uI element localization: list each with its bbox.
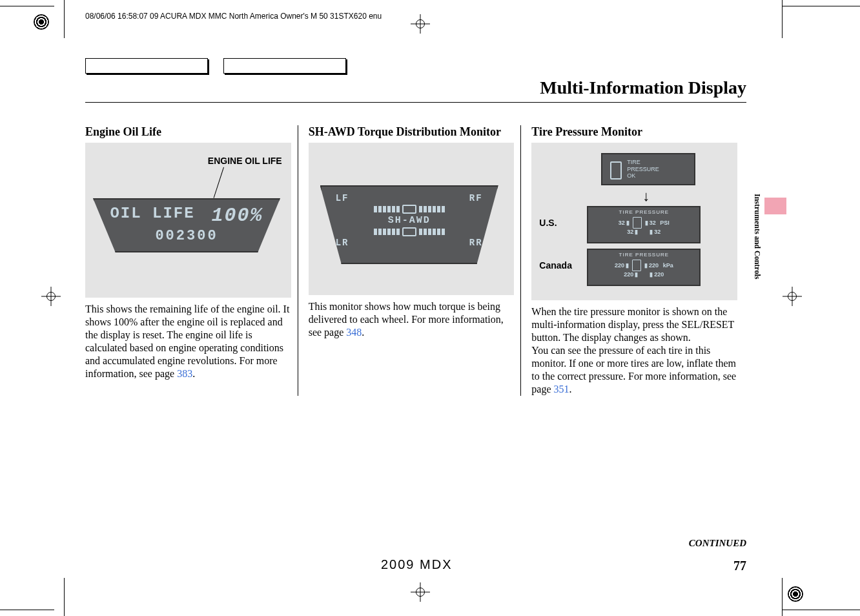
label-us: U.S. [539,218,557,228]
continued-label: CONTINUED [689,538,746,549]
footer-model-year: 2009 MDX [381,557,453,572]
body-text: When the tire pressure monitor is shown … [531,305,737,344]
title-rule [85,102,746,103]
lcd-lf-label: LF [336,193,349,203]
tpm-panel-header: TIRE PRESSURE [590,209,697,215]
column-tire-pressure-monitor: Tire Pressure Monitor TIRE PRESSURE OK ↓… [520,125,744,396]
page-ref-link[interactable]: 348 [346,327,362,338]
tpm-line: OK [627,172,659,180]
cross-register-icon [411,582,430,602]
thumb-tab-marker [764,198,786,214]
figure-shawd-monitor: LFRF SH-AWD LRRR [309,143,515,295]
body-text: This monitor shows how much torque is be… [309,300,515,339]
cross-register-icon [41,287,61,306]
cross-register-icon [783,287,802,306]
page-ref-link[interactable]: 351 [554,384,569,395]
header-placeholder-boxes [85,58,346,74]
column-engine-oil-life: Engine Oil Life ENGINE OIL LIFE OIL LIFE… [85,125,298,396]
column-shawd-monitor: SH-AWD Torque Distribution Monitor LFRF … [298,125,521,396]
car-top-icon [402,227,416,236]
section-heading: Tire Pressure Monitor [531,125,737,139]
lcd-tpm-canada: TIRE PRESSURE 220▮▮220 kPa 220▮▮220 [587,249,701,286]
callout-arrow-icon [214,167,224,198]
section-heading: SH-AWD Torque Distribution Monitor [309,125,515,139]
lcd-rr-label: RR [469,238,483,248]
figure-tire-pressure-monitor: TIRE PRESSURE OK ↓ U.S. TIRE PRESSURE 32… [531,143,737,300]
body-text: You can see the pressure of each tire in… [531,344,737,396]
down-arrow-icon: ↓ [642,188,650,205]
register-mark-icon [788,586,803,602]
lcd-shawd-label: SH-AWD [336,215,483,226]
tpm-line: TIRE [627,159,659,166]
lcd-oil-label: OIL LIFE [110,205,194,227]
figure-caption: ENGINE OIL LIFE [208,156,282,166]
lcd-odometer: 002300 [94,228,279,244]
lcd-tpm-us: TIRE PRESSURE 32▮▮32 PSI 32▮▮32 [587,206,701,243]
section-thumb-tab: Instruments and Controls [750,194,762,279]
page-number: 77 [733,559,746,573]
lcd-shawd-panel: LFRF SH-AWD LRRR [320,185,498,264]
build-meta-line: 08/06/06 16:58:07 09 ACURA MDX MMC North… [85,12,382,21]
tpm-panel-header: TIRE PRESSURE [590,252,697,258]
register-mark-icon [34,14,49,30]
lcd-tpm-summary: TIRE PRESSURE OK [601,153,695,185]
body-text: This shows the remaining life of the eng… [85,303,291,380]
figure-engine-oil-life: ENGINE OIL LIFE OIL LIFE 100% 002300 [85,143,291,298]
car-top-icon [402,205,416,214]
label-canada: Canada [539,260,572,271]
lcd-rf-label: RF [469,193,483,203]
page-ref-link[interactable]: 383 [177,368,192,379]
car-top-icon [633,217,642,229]
lcd-oil-life-panel: OIL LIFE 100% 002300 [93,198,280,252]
tpm-line: PRESSURE [627,166,659,173]
car-top-icon [606,158,623,181]
cross-register-icon [411,14,430,34]
section-heading: Engine Oil Life [85,125,291,139]
content-columns: Engine Oil Life ENGINE OIL LIFE OIL LIFE… [85,125,744,396]
torque-bars-front [336,205,483,214]
lcd-lr-label: LR [336,238,349,248]
page-title: Multi-Information Display [540,77,746,98]
car-top-icon [632,260,641,271]
torque-bars-rear [336,227,483,236]
lcd-oil-value: 100% [212,205,263,227]
